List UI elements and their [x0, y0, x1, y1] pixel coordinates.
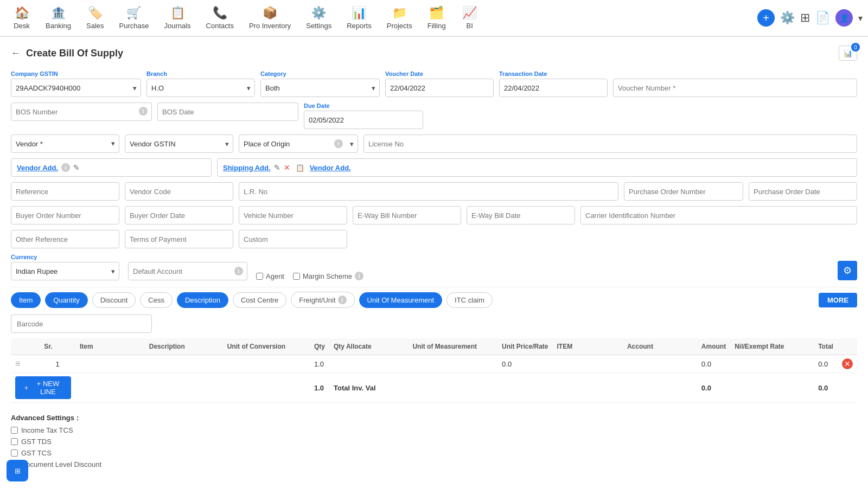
vendor-select[interactable]: Vendor *	[11, 134, 119, 153]
back-button[interactable]: ←	[11, 48, 21, 59]
doc-icon[interactable]: 📄	[815, 11, 830, 25]
bos-date-input[interactable]	[157, 102, 298, 121]
buyer-order-date-input[interactable]	[125, 206, 233, 224]
item-cell[interactable]	[75, 355, 145, 373]
tab-quantity[interactable]: Quantity	[45, 292, 87, 308]
transaction-date-input[interactable]	[499, 79, 608, 97]
nav-item-desk[interactable]: 🏠 Desk	[5, 3, 38, 33]
shipping-address-edit-icon[interactable]: ✎	[274, 163, 280, 172]
description-cell[interactable]	[145, 355, 223, 373]
company-gstin-select[interactable]: 29AADCK7940H000	[11, 79, 141, 97]
nav-item-purchase[interactable]: 🛒 Purchase	[112, 3, 157, 33]
tab-cost-centre[interactable]: Cost Centre	[233, 292, 286, 308]
freight-unit-info-icon[interactable]: i	[338, 296, 347, 304]
nav-item-contacts[interactable]: 📞 Contacts	[199, 3, 241, 33]
margin-scheme-checkbox-label[interactable]: Margin Scheme i	[293, 272, 363, 280]
nil-exempt-cell[interactable]	[730, 355, 814, 373]
gst-tds-row[interactable]: GST TDS	[11, 438, 857, 446]
nav-item-settings[interactable]: ⚙️ Settings	[298, 3, 339, 33]
new-line-button[interactable]: ＋ + NEW LINE	[15, 376, 71, 399]
nav-item-reports[interactable]: 📊 Reports	[339, 3, 379, 33]
agent-checkbox[interactable]	[256, 273, 263, 280]
voucher-number-input[interactable]	[613, 79, 857, 97]
unit-measurement-cell[interactable]	[408, 355, 497, 373]
account-cell[interactable]	[623, 355, 697, 373]
vendor-code-input[interactable]	[125, 182, 233, 201]
grid-icon[interactable]: ⊞	[800, 11, 810, 25]
tab-unit-of-measurement[interactable]: Unit Of Measurement	[359, 292, 443, 308]
buyer-order-number-input[interactable]	[11, 206, 119, 224]
shipping-address-link[interactable]: Shipping Add.	[223, 164, 271, 172]
terms-of-payment-input[interactable]	[125, 230, 233, 248]
license-no-input[interactable]	[363, 134, 857, 153]
income-tax-tcs-row[interactable]: Income Tax TCS	[11, 426, 857, 434]
qty-allocate-input[interactable]	[334, 360, 404, 368]
add-button[interactable]: +	[757, 9, 775, 27]
voucher-date-input[interactable]	[385, 79, 494, 97]
gst-tds-checkbox[interactable]	[11, 438, 18, 445]
other-reference-input[interactable]	[11, 230, 119, 248]
nav-item-bi[interactable]: 📈 BI	[454, 3, 486, 33]
eway-bill-number-input[interactable]	[353, 206, 461, 224]
unit-conversion-input[interactable]	[227, 360, 305, 368]
branch-select[interactable]: H.O	[146, 79, 255, 97]
income-tax-tcs-checkbox[interactable]	[11, 427, 18, 434]
purchase-order-number-input[interactable]	[624, 182, 743, 201]
unit-measurement-input[interactable]	[412, 360, 493, 368]
nav-item-sales[interactable]: 🏷️ Sales	[79, 3, 112, 33]
custom-input[interactable]	[239, 230, 347, 248]
document-level-discount-row[interactable]: Document Level Discount	[11, 460, 857, 468]
more-button[interactable]: MORE	[819, 293, 857, 307]
due-date-input[interactable]	[304, 111, 423, 129]
copy-icon[interactable]: 📋	[296, 164, 304, 172]
tab-cess[interactable]: Cess	[140, 292, 173, 308]
qty-allocate-cell[interactable]	[329, 355, 408, 373]
nav-item-filling[interactable]: 🗂️ Filling	[420, 3, 454, 33]
vendor-gstin-select[interactable]: Vendor GSTIN	[125, 134, 233, 153]
nav-item-pro-inventory[interactable]: 📦 Pro Inventory	[241, 3, 298, 33]
bottom-app-icon[interactable]: ⊞	[7, 460, 28, 481]
shipping-address-delete-icon[interactable]: ✕	[284, 163, 290, 172]
tab-discount[interactable]: Discount	[92, 292, 136, 308]
gear-icon[interactable]: ⚙️	[780, 11, 795, 25]
bos-number-info-icon[interactable]: i	[139, 107, 148, 115]
lr-no-input[interactable]	[239, 182, 618, 201]
currency-select[interactable]: Indian Rupee	[11, 262, 119, 280]
delete-row-button[interactable]: ✕	[842, 358, 853, 369]
vendor-address-link[interactable]: Vendor Add.	[17, 164, 58, 172]
nav-chevron-icon[interactable]: ▾	[858, 13, 863, 23]
drag-handle-icon[interactable]: ≡	[15, 359, 20, 368]
category-select[interactable]: Both	[260, 79, 380, 97]
user-avatar[interactable]: 👤	[835, 9, 853, 27]
unit-conversion-cell[interactable]	[223, 355, 310, 373]
vendor-add2-link[interactable]: Vendor Add.	[310, 164, 351, 172]
agent-checkbox-label[interactable]: Agent	[256, 272, 284, 280]
nav-item-journals[interactable]: 📋 Journals	[156, 3, 198, 33]
vendor-address-edit-icon[interactable]: ✎	[73, 163, 80, 172]
description-input[interactable]	[149, 360, 219, 368]
tab-itc-claim[interactable]: ITC claim	[446, 292, 493, 308]
carrier-id-input[interactable]	[580, 206, 857, 224]
margin-scheme-checkbox[interactable]	[293, 273, 300, 280]
nav-item-banking[interactable]: 🏦 Banking	[38, 3, 79, 33]
purchase-order-date-input[interactable]	[749, 182, 857, 201]
item-input[interactable]	[80, 360, 141, 368]
vendor-address-info-icon[interactable]: i	[61, 163, 70, 172]
nav-item-projects[interactable]: 📁 Projects	[379, 3, 420, 33]
tab-freight-unit[interactable]: Freight/Unit i	[291, 292, 354, 308]
item-col-input[interactable]	[557, 360, 618, 368]
form-settings-button[interactable]: ⚙	[838, 261, 857, 280]
nil-exempt-input[interactable]	[735, 360, 809, 368]
gst-tcs-checkbox[interactable]	[11, 450, 18, 457]
margin-scheme-info-icon[interactable]: i	[355, 272, 363, 280]
default-account-info-icon[interactable]: i	[234, 267, 243, 275]
place-of-origin-info-icon[interactable]: i	[334, 139, 343, 148]
gst-tcs-row[interactable]: GST TCS	[11, 449, 857, 457]
eway-bill-date-input[interactable]	[467, 206, 575, 224]
reference-input[interactable]	[11, 182, 119, 201]
view-icon-button[interactable]: 📊 0	[839, 46, 857, 61]
account-input[interactable]	[627, 360, 693, 368]
barcode-input[interactable]	[11, 314, 152, 333]
tab-description[interactable]: Description	[177, 292, 228, 308]
item-col-cell[interactable]	[552, 355, 622, 373]
